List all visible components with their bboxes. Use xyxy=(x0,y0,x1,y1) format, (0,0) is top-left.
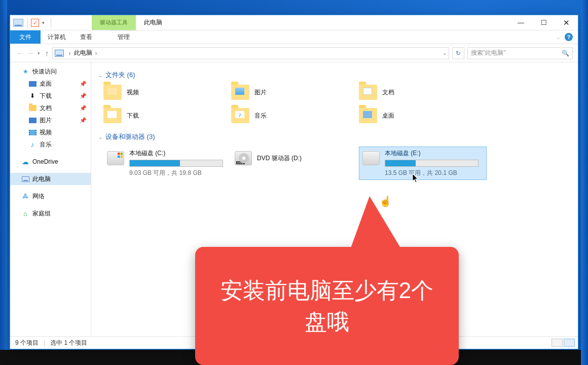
qat-divider-2 xyxy=(51,18,51,27)
folder-icon xyxy=(231,85,249,100)
history-chevron-icon[interactable]: ▾ xyxy=(38,51,40,56)
back-button[interactable]: ← xyxy=(15,49,25,58)
tab-manage[interactable]: 管理 xyxy=(111,30,137,44)
dvd-icon: DVD xyxy=(235,151,252,165)
network-icon: 🖧 xyxy=(21,192,29,200)
folder-music[interactable]: ♪ 音乐 xyxy=(231,108,359,123)
tab-computer[interactable]: 计算机 xyxy=(41,30,73,44)
navpane-pictures[interactable]: 图片 📌 xyxy=(10,114,91,126)
star-icon: ★ xyxy=(21,67,29,76)
annotation-text: 安装前电脑至少有2个盘哦 xyxy=(210,275,444,337)
search-placeholder: 搜索"此电脑" xyxy=(471,49,506,57)
capacity-bar xyxy=(385,160,479,167)
group-header-devices[interactable]: ⌄ 设备和驱动器 (3) xyxy=(98,132,572,141)
address-bar-row: ← → ▾ ↑ › 此电脑 › ⌄ ↻ 搜索"此电脑" 🔍 xyxy=(10,44,578,62)
address-pc-icon xyxy=(55,50,64,57)
search-icon[interactable]: 🔍 xyxy=(562,50,569,57)
folder-icon xyxy=(103,108,122,123)
collapse-chevron-icon[interactable]: ⌄ xyxy=(98,134,102,140)
address-bar[interactable]: › 此电脑 › ⌄ xyxy=(52,47,450,59)
ribbon-collapse-chevron-icon[interactable]: ⌄ xyxy=(556,30,561,44)
hdd-icon xyxy=(107,151,124,165)
navigation-pane: ★ 快速访问 桌面 📌 ⬇ 下载 📌 文档 📌 图片 📌 xyxy=(10,62,91,336)
drives-grid: 本地磁盘 (C:) 9.03 GB 可用，共 19.8 GB DVD DVD 驱… xyxy=(103,147,572,180)
crumb-root[interactable]: 此电脑 xyxy=(74,49,92,57)
folder-icon xyxy=(359,108,377,123)
annotation-callout: 安装前电脑至少有2个盘哦 xyxy=(195,247,459,365)
drive-e[interactable]: 本地磁盘 (E:) 13.5 GB 可用，共 20.1 GB xyxy=(359,147,487,180)
minimize-button[interactable]: — xyxy=(509,15,532,30)
view-details-button[interactable] xyxy=(552,339,563,347)
context-tab-drive-tools: 驱动器工具 xyxy=(92,15,136,30)
pc-icon xyxy=(21,175,29,183)
qat-properties-icon[interactable]: ✓ xyxy=(31,19,39,27)
drive-c[interactable]: 本地磁盘 (C:) 9.03 GB 可用，共 19.8 GB xyxy=(103,147,231,180)
title-bar: ✓ ▾ 驱动器工具 此电脑 — ☐ ✕ xyxy=(10,15,578,30)
folders-grid: 视频 图片 文档 下载 ♪ 音乐 xyxy=(103,85,572,123)
folder-documents[interactable]: 文档 xyxy=(359,85,487,100)
navpane-videos[interactable]: 视频 xyxy=(10,126,91,138)
navpane-network[interactable]: 🖧 网络 xyxy=(10,190,91,202)
capacity-fill xyxy=(385,160,416,166)
context-tab-label: 驱动器工具 xyxy=(100,19,128,26)
pictures-icon xyxy=(28,116,36,124)
maximize-button[interactable]: ☐ xyxy=(532,15,555,30)
group-header-folders[interactable]: ⌄ 文件夹 (6) xyxy=(98,70,572,80)
capacity-fill xyxy=(130,160,180,166)
videos-icon xyxy=(28,128,36,136)
folder-desktop[interactable]: 桌面 xyxy=(359,108,487,123)
tab-file[interactable]: 文件 xyxy=(10,30,41,44)
status-item-count: 9 个项目 xyxy=(15,339,39,347)
folder-icon xyxy=(359,85,377,100)
status-selection: 选中 1 个项目 xyxy=(50,339,87,347)
ribbon-tabs: 文件 计算机 查看 管理 ⌄ ? xyxy=(10,30,578,44)
window-title: 此电脑 xyxy=(144,18,162,27)
navpane-downloads[interactable]: ⬇ 下载 📌 xyxy=(10,90,91,102)
navpane-music[interactable]: ♪ 音乐 xyxy=(10,138,91,151)
qat-customize-chevron-icon[interactable]: ▾ xyxy=(42,20,45,25)
folder-icon: ♪ xyxy=(231,108,249,123)
capacity-bar xyxy=(129,160,223,167)
homegroup-icon: ⌂ xyxy=(21,209,29,217)
search-box[interactable]: 搜索"此电脑" 🔍 xyxy=(467,47,573,59)
up-button[interactable]: ↑ xyxy=(45,49,49,57)
desktop-icon xyxy=(28,80,36,88)
folder-videos[interactable]: 视频 xyxy=(103,85,231,100)
address-dropdown-chevron-icon[interactable]: ⌄ xyxy=(443,50,447,56)
drive-d[interactable]: DVD DVD 驱动器 (D:) xyxy=(231,147,359,180)
crumb-sep-icon: › xyxy=(69,50,71,57)
collapse-chevron-icon[interactable]: ⌄ xyxy=(98,72,102,78)
pin-icon: 📌 xyxy=(80,81,87,87)
navpane-documents[interactable]: 文档 📌 xyxy=(10,102,91,114)
qat-divider xyxy=(27,18,28,27)
window-system-icon[interactable] xyxy=(13,19,23,27)
help-button[interactable]: ? xyxy=(565,30,573,44)
crumb-sep-icon-2: › xyxy=(95,50,97,57)
cloud-icon: ☁ xyxy=(21,158,29,166)
folder-downloads[interactable]: 下载 xyxy=(103,108,231,123)
view-tiles-button[interactable] xyxy=(564,339,575,347)
close-button[interactable]: ✕ xyxy=(555,15,578,30)
navpane-onedrive[interactable]: ☁ OneDrive xyxy=(10,156,91,168)
navpane-this-pc[interactable]: 此电脑 xyxy=(10,173,91,185)
hdd-icon xyxy=(362,151,380,165)
navpane-desktop[interactable]: 桌面 📌 xyxy=(10,78,91,90)
navpane-homegroup[interactable]: ⌂ 家庭组 xyxy=(10,207,91,220)
documents-icon xyxy=(28,104,36,112)
tab-view[interactable]: 查看 xyxy=(73,30,99,44)
pin-icon: 📌 xyxy=(80,93,87,99)
music-icon: ♪ xyxy=(28,140,36,149)
pin-icon: 📌 xyxy=(80,117,87,124)
refresh-button[interactable]: ↻ xyxy=(452,47,464,59)
navpane-quick-access[interactable]: ★ 快速访问 xyxy=(10,65,91,78)
folder-icon xyxy=(103,85,122,100)
forward-button[interactable]: → xyxy=(25,49,35,58)
folder-pictures[interactable]: 图片 xyxy=(231,85,359,100)
pin-icon: 📌 xyxy=(80,105,87,112)
downloads-icon: ⬇ xyxy=(28,92,36,100)
